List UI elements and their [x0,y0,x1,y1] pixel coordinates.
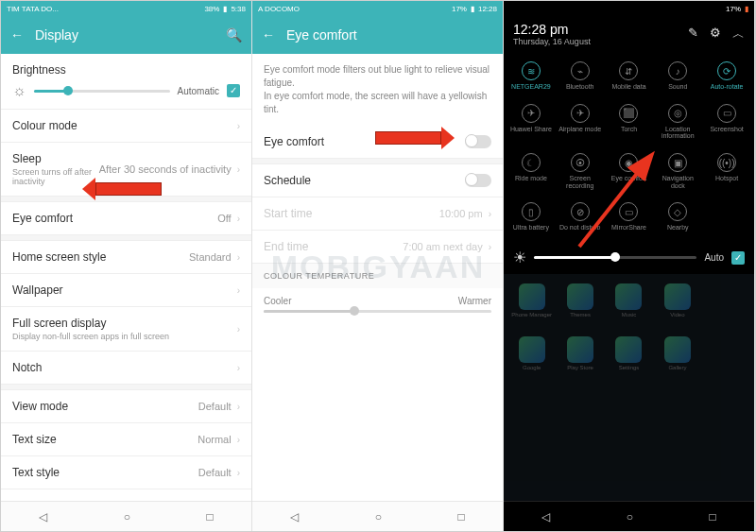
setting-value: Off [217,213,231,224]
collapse-icon[interactable]: ︿ [732,26,745,43]
setting-row-text-style[interactable]: Text styleDefault› [1,456,251,489]
tile-label: MirrorShare [611,224,646,232]
qs-tile-ride-mode[interactable]: ☾Ride mode [507,147,555,195]
nav-bar: ◁ ○ □ [1,501,251,531]
schedule-toggle[interactable] [465,174,491,187]
qs-tile-torch[interactable]: ⬛Torch [606,98,653,146]
cooler-label: Cooler [264,296,291,306]
app-play-store[interactable]: Play Store [558,336,602,386]
setting-row-text-size[interactable]: Text sizeNormal› [1,423,251,456]
qs-tile-airplane-mode[interactable]: ✈Airplane mode [557,98,604,146]
app-blank [704,283,748,333]
setting-value: Default [198,467,232,478]
qs-tile-netgear29[interactable]: ≋NETGEAR29 [507,56,555,96]
qs-tile-location-information[interactable]: ◎Location information [654,98,701,146]
settings-list: Brightness ☼ Automatic ✓ Colour mode›Sle… [1,54,251,501]
nav-recent-icon[interactable]: □ [207,510,214,523]
battery-text: 38% [204,5,219,13]
chevron-right-icon: › [237,121,240,131]
qs-tile-screenshot[interactable]: ▭Screenshot [703,98,750,146]
setting-label: View mode [12,400,198,413]
chevron-right-icon: › [237,164,240,175]
tile-label: Location information [656,126,699,140]
tile-label: Airplane mode [558,126,601,133]
nav-recent-icon[interactable]: □ [458,510,465,523]
qs-tile-mobile-data[interactable]: ⇵Mobile data [606,56,653,96]
qs-header: 12:28 pm Thursday, 16 August ✎ ⚙ ︿ [504,16,754,52]
app-settings[interactable]: Settings [607,336,651,386]
qs-tile-ultra-battery[interactable]: ▯Ultra battery [507,197,555,237]
app-themes[interactable]: Themes [558,283,602,333]
qs-tile-nearby[interactable]: ◇Nearby [654,197,701,237]
chevron-right-icon: › [237,324,240,335]
nav-back-icon[interactable]: ◁ [290,510,299,523]
colour-temperature-slider[interactable] [264,310,491,313]
tile-label: Auto-rotate [711,83,744,91]
brightness-icon: ☀ [513,249,526,266]
qs-tile-eye-comfort[interactable]: ◉Eye comfort [606,147,653,195]
app-icon [567,283,593,310]
setting-row-colour-mode[interactable]: Colour mode› [1,110,251,143]
setting-row-wallpaper[interactable]: Wallpaper› [1,274,251,307]
setting-label: Screen resolutionAdjust screen resolutio… [12,499,204,501]
nav-home-icon[interactable]: ○ [124,510,130,523]
app-music[interactable]: Music [607,283,651,333]
automatic-checkbox[interactable]: ✓ [227,84,240,97]
nav-back-icon[interactable]: ◁ [39,510,47,523]
setting-row-eye-comfort[interactable]: Eye comfortOff› [1,202,251,235]
edit-icon[interactable]: ✎ [688,26,698,43]
qs-tile-huawei-share[interactable]: ✈Huawei Share [507,98,555,146]
app-gallery[interactable]: Gallery [655,336,699,386]
battery-icon: ▮ [471,5,474,13]
qs-tile-do-not-disturb[interactable]: ⊘Do not disturb [557,197,604,237]
schedule-toggle-row[interactable]: Schedule [252,164,503,197]
setting-row-full-screen-display[interactable]: Full screen displayDisplay non-full scre… [1,307,251,352]
app-icon [519,336,545,363]
setting-row-notch[interactable]: Notch› [1,352,251,385]
tile-label: NETGEAR29 [511,83,551,91]
qs-tile-mirrorshare[interactable]: ▭MirrorShare [606,197,653,237]
search-icon[interactable]: 🔍 [226,27,242,43]
app-label: Settings [619,365,640,370]
qs-tile-hotspot[interactable]: ((•))Hotspot [703,147,750,195]
page-title: Display [35,27,215,43]
brightness-row: Brightness ☼ Automatic ✓ [1,54,251,110]
tile-label: Ride mode [515,175,547,182]
qs-tile-sound[interactable]: ♪Sound [654,56,701,96]
do-not-disturb-icon: ⊘ [571,202,590,221]
qs-brightness-slider[interactable] [534,256,696,259]
nav-recent-icon[interactable]: □ [710,510,716,523]
app-video[interactable]: Video [655,283,699,333]
quick-settings-screen: 17% ▮ 12:28 pm Thursday, 16 August ✎ ⚙ ︿… [504,1,755,531]
setting-label: Eye comfort [12,212,217,225]
eye-comfort-toggle[interactable] [465,135,491,148]
app-google[interactable]: Google [509,336,554,386]
qs-tile-bluetooth[interactable]: ⌁Bluetooth [557,56,604,96]
nav-home-icon[interactable]: ○ [375,510,382,523]
app-label: Themes [570,312,591,317]
qs-tile-navigation-dock[interactable]: ▣Navigation dock [654,147,701,195]
nav-back-icon[interactable]: ◁ [541,510,550,523]
qs-tile-auto-rotate[interactable]: ⟳Auto-rotate [703,56,750,96]
battery-text: 17% [726,5,741,13]
setting-label: Text size [12,433,198,446]
tile-label: Ultra battery [513,224,549,232]
qs-auto-checkbox[interactable]: ✓ [731,251,745,265]
qs-tile-screen-recording[interactable]: ⦿Screen recording [557,147,604,195]
nav-home-icon[interactable]: ○ [627,510,633,523]
carrier-text: A DOCOMO [258,5,300,13]
back-icon[interactable]: ← [10,27,24,43]
setting-row-view-mode[interactable]: View modeDefault› [1,390,251,423]
brightness-icon: ☼ [12,82,26,99]
setting-label: Colour mode [12,119,237,132]
setting-row-home-screen-style[interactable]: Home screen styleStandard› [1,241,251,274]
chevron-right-icon: › [237,252,240,263]
screenshot-icon: ▭ [717,104,736,123]
brightness-slider[interactable] [34,90,170,93]
settings-icon[interactable]: ⚙ [710,26,721,43]
app-phone-manager[interactable]: Phone Manager [509,283,554,333]
setting-row-screen-resolution[interactable]: Screen resolutionAdjust screen resolutio… [1,489,251,501]
temp-labels: Cooler Warmer [252,288,503,306]
auto-rotate-icon: ⟳ [717,61,736,80]
back-icon[interactable]: ← [262,27,275,43]
